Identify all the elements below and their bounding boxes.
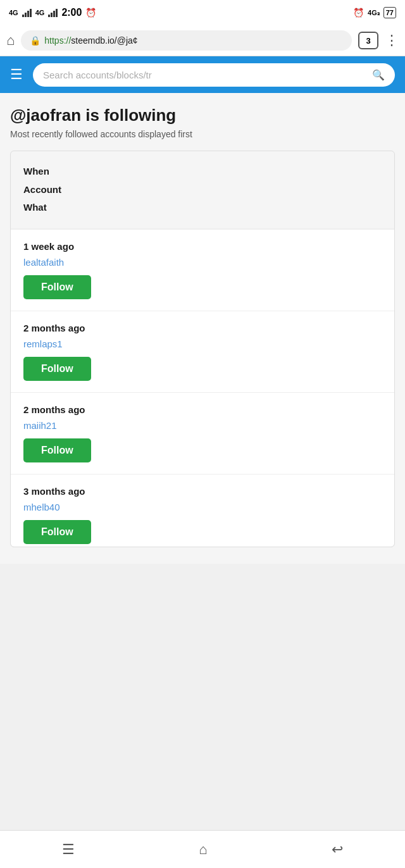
lock-icon: 🔒	[30, 35, 40, 46]
url-green-part: https://	[44, 35, 71, 46]
col-what: What	[23, 199, 382, 217]
network-label-2: 4G	[35, 9, 45, 16]
browser-menu-button[interactable]: ⋮	[385, 32, 399, 49]
table-header: When Account What	[11, 151, 394, 229]
status-bar: 4G 4G 2:00 ⏰ ⏰ 4G₂ 77	[0, 0, 405, 25]
battery-level: 77	[386, 9, 394, 16]
time-label-0: 1 week ago	[23, 241, 382, 252]
col-when: When	[23, 163, 382, 181]
time-label-1: 2 months ago	[23, 323, 382, 333]
signal-icon-1	[22, 9, 32, 17]
account-link-1[interactable]: remlaps1	[23, 338, 382, 349]
nav-header: ☰ Search accounts/blocks/tr 🔍	[0, 56, 405, 93]
table-row: 3 months ago mhelb40 Follow	[11, 474, 394, 547]
follow-button-0[interactable]: Follow	[23, 275, 91, 299]
url-text: https://steemdb.io/@ja¢	[44, 35, 343, 46]
time-label-3: 3 months ago	[23, 486, 382, 497]
hamburger-menu-icon[interactable]: ☰	[10, 66, 23, 83]
following-table: When Account What 1 week ago lealtafaith…	[10, 151, 395, 547]
status-right: ⏰ 4G₂ 77	[353, 7, 396, 18]
status-left: 4G 4G 2:00 ⏰	[9, 7, 96, 18]
status-time: 2:00	[61, 7, 82, 18]
time-label-2: 2 months ago	[23, 404, 382, 415]
signal-icon-2	[48, 9, 58, 17]
bottom-nav: ☰ ⌂ ↩	[0, 830, 405, 868]
search-bar[interactable]: Search accounts/blocks/tr 🔍	[33, 63, 395, 87]
battery-indicator: 77	[383, 7, 396, 18]
page-subtitle: Most recently followed accounts displaye…	[10, 129, 395, 139]
account-link-0[interactable]: lealtafaith	[23, 257, 382, 268]
follow-button-1[interactable]: Follow	[23, 357, 91, 381]
network-label-1: 4G	[9, 9, 18, 16]
account-link-2[interactable]: maiih21	[23, 420, 382, 431]
browser-bar: ⌂ 🔒 https://steemdb.io/@ja¢ 3 ⋮	[0, 25, 405, 56]
tab-count-button[interactable]: 3	[358, 32, 378, 49]
search-placeholder: Search accounts/blocks/tr	[43, 70, 367, 80]
table-row: 2 months ago remlaps1 Follow	[11, 311, 394, 392]
account-link-3[interactable]: mhelb40	[23, 502, 382, 512]
alarm-icon: ⏰	[85, 8, 96, 18]
bottom-nav-back-icon[interactable]: ↩	[332, 841, 343, 858]
url-rest-part: steemdb.io/@ja¢	[71, 35, 137, 46]
follow-button-3[interactable]: Follow	[23, 520, 91, 544]
table-row: 1 week ago lealtafaith Follow	[11, 229, 394, 311]
table-row: 2 months ago maiih21 Follow	[11, 392, 394, 474]
network-4g-right: 4G₂	[368, 9, 380, 17]
search-icon[interactable]: 🔍	[372, 69, 385, 81]
follow-button-2[interactable]: Follow	[23, 438, 91, 462]
alarm-icon-right: ⏰	[353, 8, 364, 18]
url-bar[interactable]: 🔒 https://steemdb.io/@ja¢	[21, 30, 352, 51]
main-content: @jaofran is following Most recently foll…	[0, 93, 405, 564]
bottom-nav-home-icon[interactable]: ⌂	[199, 841, 207, 858]
col-account: Account	[23, 181, 382, 199]
bottom-nav-menu-icon[interactable]: ☰	[62, 841, 75, 858]
home-button[interactable]: ⌂	[6, 32, 15, 49]
page-title: @jaofran is following	[10, 106, 395, 125]
